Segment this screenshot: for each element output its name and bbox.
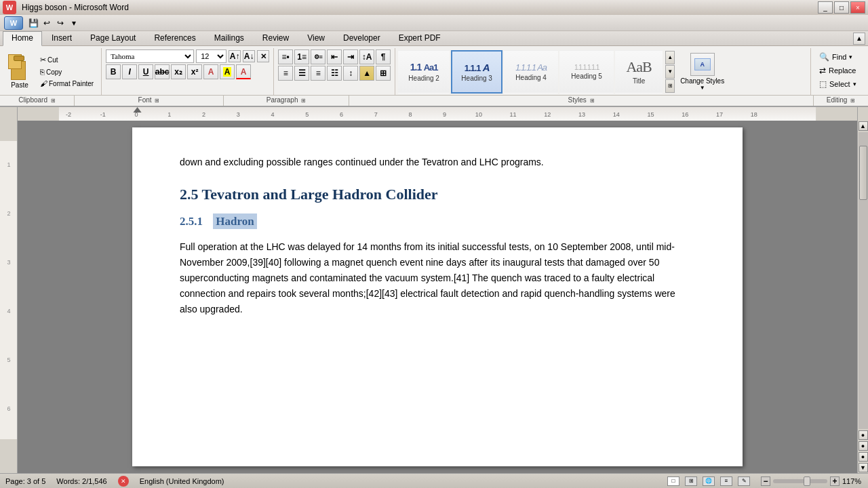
tab-page-layout[interactable]: Page Layout <box>81 31 144 45</box>
bullets-btn[interactable]: ≡• <box>278 49 293 64</box>
spelling-check-icon[interactable]: ✕ <box>118 476 129 487</box>
line-spacing-btn[interactable]: ↕ <box>343 66 358 81</box>
styles-group-label[interactable]: Styles ⊞ <box>349 96 814 106</box>
svg-text:12: 12 <box>544 111 551 118</box>
sort-btn[interactable]: ↕A <box>359 49 374 64</box>
tab-developer[interactable]: Developer <box>334 31 389 45</box>
font-color-btn[interactable]: A <box>236 64 251 79</box>
shading-btn[interactable]: ▲ <box>359 66 374 81</box>
tab-home[interactable]: Home <box>3 31 42 46</box>
strikethrough-btn[interactable]: abc <box>155 64 170 79</box>
underline-btn[interactable]: U <box>138 64 153 79</box>
doc-view-print[interactable]: □ <box>667 476 679 486</box>
format-painter-btn[interactable]: 🖌 Format Painter <box>38 79 96 88</box>
select-btn[interactable]: ⬚Select▾ <box>816 78 860 90</box>
undo-btn[interactable]: ↩ <box>41 17 53 29</box>
cut-btn[interactable]: ✂ Cut <box>38 55 96 65</box>
shrink-font-btn[interactable]: A↓ <box>243 50 255 62</box>
scroll-down-arrow[interactable]: ▼ <box>859 463 868 472</box>
tab-insert[interactable]: Insert <box>43 31 81 45</box>
save-qa-btn[interactable]: 💾 <box>27 17 39 29</box>
tab-expert-pdf[interactable]: Expert PDF <box>390 31 450 45</box>
style-heading5[interactable]: 1.1.1.1.1.1 Heading 5 <box>559 50 614 94</box>
styles-scroll-down[interactable]: ▼ <box>665 65 675 79</box>
qa-extra-btn[interactable]: ▾ <box>68 17 80 29</box>
horizontal-ruler[interactable]: -2 -1 0 1 2 3 4 5 6 7 8 9 10 11 12 13 14… <box>18 107 857 121</box>
show-hide-btn[interactable]: ¶ <box>376 49 391 64</box>
align-left-btn[interactable]: ≡ <box>278 66 293 81</box>
grow-font-btn[interactable]: A↑ <box>229 50 241 62</box>
zoom-in-btn[interactable]: + <box>830 476 840 486</box>
text-effects-btn[interactable]: A <box>203 64 218 79</box>
ribbon-collapse-btn[interactable]: ▲ <box>853 33 865 45</box>
paste-button[interactable]: Paste <box>4 48 35 95</box>
change-styles-btn[interactable]: A Change Styles ▼ <box>676 50 728 94</box>
svg-text:17: 17 <box>716 111 723 118</box>
scroll-prev-page-btn[interactable]: ● <box>859 430 868 440</box>
scroll-track[interactable] <box>859 132 868 429</box>
redo-btn[interactable]: ↪ <box>54 17 66 29</box>
font-size-select[interactable]: 12 <box>196 49 226 63</box>
style-heading2[interactable]: 1.1 Aa1 Heading 2 <box>398 50 450 94</box>
tab-view[interactable]: View <box>298 31 334 45</box>
highlight-color-btn[interactable]: A <box>220 64 235 79</box>
svg-rect-26 <box>0 141 18 439</box>
find-btn[interactable]: 🔍Find▾ <box>816 51 860 63</box>
justify-btn[interactable]: ☷ <box>327 66 342 81</box>
scroll-up-arrow[interactable]: ▲ <box>859 121 868 131</box>
language[interactable]: English (United Kingdom) <box>140 477 224 485</box>
align-center-btn[interactable]: ☰ <box>294 66 309 81</box>
ruler-corner <box>0 107 18 121</box>
svg-text:11: 11 <box>510 111 517 118</box>
clear-format-btn[interactable]: ✕ <box>257 50 269 62</box>
scroll-thumb[interactable] <box>859 146 867 200</box>
bold-btn[interactable]: B <box>106 64 121 79</box>
multilevel-btn[interactable]: ⚙≡ <box>311 49 326 64</box>
increase-indent-btn[interactable]: ⇥ <box>343 49 358 64</box>
style-title[interactable]: AaB Title <box>615 50 663 94</box>
document-page[interactable]: down and excluding possible ranges conti… <box>132 127 743 466</box>
style-heading4[interactable]: 1.1.1.1 Aa Heading 4 <box>504 50 558 94</box>
borders-btn[interactable]: ⊞ <box>376 66 391 81</box>
scroll-select-btn[interactable]: ● <box>859 441 868 451</box>
clipboard-group-label[interactable]: Clipboard ⊞ <box>0 96 75 106</box>
align-right-btn[interactable]: ≡ <box>311 66 326 81</box>
numbering-btn[interactable]: 1≡ <box>294 49 309 64</box>
subsection-heading: Hadron <box>213 214 256 229</box>
replace-btn[interactable]: ⇄Replace <box>816 64 860 77</box>
document-area: down and excluding possible ranges conti… <box>18 121 857 473</box>
copy-btn[interactable]: ⎘ Copy <box>38 67 96 77</box>
italic-btn[interactable]: I <box>122 64 137 79</box>
close-btn[interactable]: × <box>850 1 865 14</box>
ruler-right-btn[interactable] <box>857 107 868 121</box>
styles-scroll-up[interactable]: ▲ <box>665 51 675 64</box>
subsection-number: 2.5.1 <box>180 215 203 228</box>
zoom-out-btn[interactable]: − <box>761 476 770 486</box>
tab-review[interactable]: Review <box>254 31 298 45</box>
font-name-select[interactable]: Tahoma <box>106 49 194 63</box>
tab-references[interactable]: References <box>145 31 204 45</box>
paragraph-group-label[interactable]: Paragraph ⊞ <box>224 96 349 106</box>
scroll-next-page-btn[interactable]: ● <box>859 452 868 462</box>
office-btn[interactable]: W <box>4 16 23 30</box>
doc-view-full[interactable]: ⊞ <box>685 476 697 486</box>
style-heading3[interactable]: 1.1.1 A Heading 3 <box>451 50 502 94</box>
maximize-btn[interactable]: □ <box>834 1 849 14</box>
subscript-btn[interactable]: x₂ <box>171 64 186 79</box>
tab-mailings[interactable]: Mailings <box>205 31 253 45</box>
svg-text:13: 13 <box>578 111 585 118</box>
minimize-btn[interactable]: _ <box>818 1 833 14</box>
editing-group-label[interactable]: Editing ⊞ <box>814 96 868 106</box>
decrease-indent-btn[interactable]: ⇤ <box>327 49 342 64</box>
zoom-level[interactable]: 117% <box>842 477 863 485</box>
font-group-label[interactable]: Font ⊞ <box>75 96 224 106</box>
heading5-label: Heading 5 <box>571 73 602 80</box>
page-info: Page: 3 of 5 <box>5 477 45 485</box>
doc-view-draft[interactable]: ✎ <box>738 476 750 486</box>
superscript-btn[interactable]: x² <box>187 64 202 79</box>
styles-expand-btn[interactable]: ⊞ <box>665 79 675 93</box>
svg-text:18: 18 <box>751 111 757 118</box>
zoom-slider[interactable] <box>773 479 827 483</box>
doc-view-outline[interactable]: ≡ <box>720 476 732 486</box>
doc-view-web[interactable]: 🌐 <box>703 476 715 486</box>
